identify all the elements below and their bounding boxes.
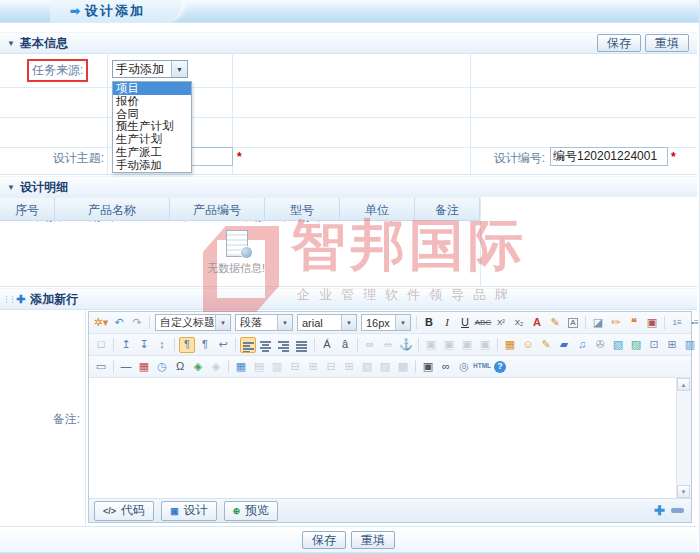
delete-column-icon[interactable]: ⊞ — [341, 359, 357, 375]
redo-icon[interactable]: ↷ — [129, 315, 145, 331]
dropdown-option[interactable]: 报价 — [113, 95, 191, 108]
image-align-right-icon[interactable]: ▣ — [459, 337, 475, 353]
baidu-map-icon[interactable]: ◈ — [208, 359, 224, 375]
word-wrap-icon[interactable]: ↩ — [215, 337, 231, 353]
indent-top-icon[interactable]: ↥ — [118, 337, 134, 353]
align-center-icon[interactable] — [258, 337, 274, 353]
scroll-down-icon[interactable]: ▾ — [677, 485, 690, 498]
editor-content-area[interactable]: ▴ ▾ — [89, 378, 691, 498]
eraser-icon[interactable]: ◪ — [590, 315, 606, 331]
new-document-icon[interactable]: □ — [93, 337, 109, 353]
photo-icon[interactable]: ▨ — [628, 337, 644, 353]
strikethrough-icon[interactable]: ABC — [475, 315, 491, 331]
insert-table-icon[interactable]: ▦ — [233, 359, 249, 375]
undo-icon[interactable]: ↶ — [111, 315, 127, 331]
insert-video-icon[interactable]: ▰ — [556, 337, 572, 353]
insert-map-icon[interactable]: ◈ — [190, 359, 206, 375]
task-source-select[interactable]: 手动添加 ▼ — [112, 60, 188, 78]
help-icon[interactable]: ? — [492, 359, 508, 375]
insert-iframe-icon[interactable]: ▭ — [93, 359, 109, 375]
design-number-input[interactable] — [550, 147, 668, 166]
link-icon[interactable]: ∞ — [362, 337, 378, 353]
superscript-icon[interactable]: X² — [493, 315, 509, 331]
bullet-list-icon[interactable]: •≡ — [687, 315, 700, 331]
align-right-icon[interactable] — [276, 337, 292, 353]
line-spacing-icon[interactable]: ↕ — [154, 337, 170, 353]
screenshot-icon[interactable]: ⊡ — [646, 337, 662, 353]
image-align-left-icon[interactable]: ▣ — [423, 337, 439, 353]
insert-time-icon[interactable]: ◷ — [154, 359, 170, 375]
find-replace-icon[interactable]: ∞ — [438, 359, 454, 375]
add-row-title[interactable]: 添加新行 — [30, 291, 78, 308]
underline-icon[interactable]: U — [457, 315, 473, 331]
subscript-icon[interactable]: X₂ — [511, 315, 527, 331]
editor-scrollbar[interactable]: ▴ ▾ — [676, 378, 691, 498]
remove-line-minus-icon[interactable] — [671, 508, 684, 513]
insert-row-icon[interactable]: ⊟ — [287, 359, 303, 375]
html-source-icon[interactable]: HTML — [474, 359, 490, 375]
dropdown-option[interactable]: 生产派工 — [113, 146, 191, 159]
image-align-center-icon[interactable]: ▣ — [441, 337, 457, 353]
bold-icon[interactable]: B — [421, 315, 437, 331]
emoticon-icon[interactable]: ☺ — [520, 337, 536, 353]
dropdown-option[interactable]: 手动添加 — [113, 159, 191, 172]
numbered-list-icon[interactable]: 1≡ — [669, 315, 685, 331]
anchor-icon[interactable]: ⚓ — [398, 337, 414, 353]
indent-bottom-icon[interactable]: ↧ — [136, 337, 152, 353]
rtl-paragraph-icon[interactable]: ¶ — [197, 337, 213, 353]
format-painter-icon[interactable]: ✏ — [608, 315, 624, 331]
highlight-pen-icon[interactable]: ✎ — [547, 315, 563, 331]
style-select[interactable]: 自定义标题▾ — [155, 314, 231, 331]
insert-music-icon[interactable]: ♫ — [574, 337, 590, 353]
italic-icon[interactable]: I — [439, 315, 455, 331]
style-brush-icon[interactable]: ✲▾ — [93, 315, 109, 331]
collapse-triangle-icon[interactable]: ▼ — [7, 183, 15, 192]
merge-cells-icon[interactable]: ▧ — [359, 359, 375, 375]
scroll-up-icon[interactable]: ▴ — [677, 378, 690, 391]
table-header-icon[interactable]: ▩ — [395, 359, 411, 375]
preview-tab[interactable]: ⊕预览 — [224, 501, 279, 521]
text-box-icon[interactable]: ▣ — [644, 315, 660, 331]
paragraph-select[interactable]: 段落▾ — [235, 314, 293, 331]
save-button-top[interactable]: 保存 — [597, 34, 641, 52]
table-props-icon[interactable]: ▤ — [251, 359, 267, 375]
split-cells-icon[interactable]: ▨ — [377, 359, 393, 375]
horizontal-rule-icon[interactable]: — — [118, 359, 134, 375]
dropdown-option[interactable]: 生产计划 — [113, 133, 191, 146]
design-tab[interactable]: ▣设计 — [161, 501, 217, 521]
ltr-paragraph-icon[interactable]: ¶ — [179, 337, 195, 353]
blockquote-icon[interactable]: ❝ — [626, 315, 642, 331]
reset-button-bottom[interactable]: 重填 — [351, 531, 395, 549]
print-icon[interactable]: ▣ — [420, 359, 436, 375]
dropdown-option[interactable]: 合同 — [113, 108, 191, 121]
attachment-icon[interactable]: ✇ — [592, 337, 608, 353]
image-inline-icon[interactable]: ▣ — [477, 337, 493, 353]
align-justify-icon[interactable] — [294, 337, 310, 353]
graffiti-icon[interactable]: ✎ — [538, 337, 554, 353]
special-char-icon[interactable]: Ω — [172, 359, 188, 375]
insert-frame-icon[interactable]: ⊞ — [664, 337, 680, 353]
char-border-icon[interactable]: A — [565, 315, 581, 331]
columns-icon[interactable]: ▥ — [682, 337, 698, 353]
fontsize-select[interactable]: 16px▾ — [361, 314, 411, 331]
dropdown-option[interactable]: 预生产计划 — [113, 120, 191, 133]
lowercase-icon[interactable]: â — [337, 337, 353, 353]
cell-props-icon[interactable]: ▥ — [269, 359, 285, 375]
font-select[interactable]: arial▾ — [297, 314, 357, 331]
image-manager-icon[interactable]: ▧ — [610, 337, 626, 353]
insert-column-icon[interactable]: ⊞ — [305, 359, 321, 375]
unlink-icon[interactable]: ∞ — [380, 337, 396, 353]
font-color-icon[interactable]: A — [529, 315, 545, 331]
align-left-icon[interactable] — [240, 337, 256, 353]
insert-image-icon[interactable]: ▦ — [502, 337, 518, 353]
uppercase-icon[interactable]: Á — [319, 337, 335, 353]
add-line-plus-icon[interactable]: ✚ — [654, 504, 665, 517]
preview-check-icon[interactable]: ◎ — [456, 359, 472, 375]
dropdown-option[interactable]: 项目 — [113, 82, 191, 95]
save-button-bottom[interactable]: 保存 — [302, 531, 346, 549]
delete-row-icon[interactable]: ⊟ — [323, 359, 339, 375]
insert-date-icon[interactable]: ▦ — [136, 359, 152, 375]
plus-icon[interactable]: ✚ — [16, 293, 25, 306]
collapse-triangle-icon[interactable]: ▼ — [7, 39, 15, 48]
reset-button-top[interactable]: 重填 — [645, 34, 689, 52]
